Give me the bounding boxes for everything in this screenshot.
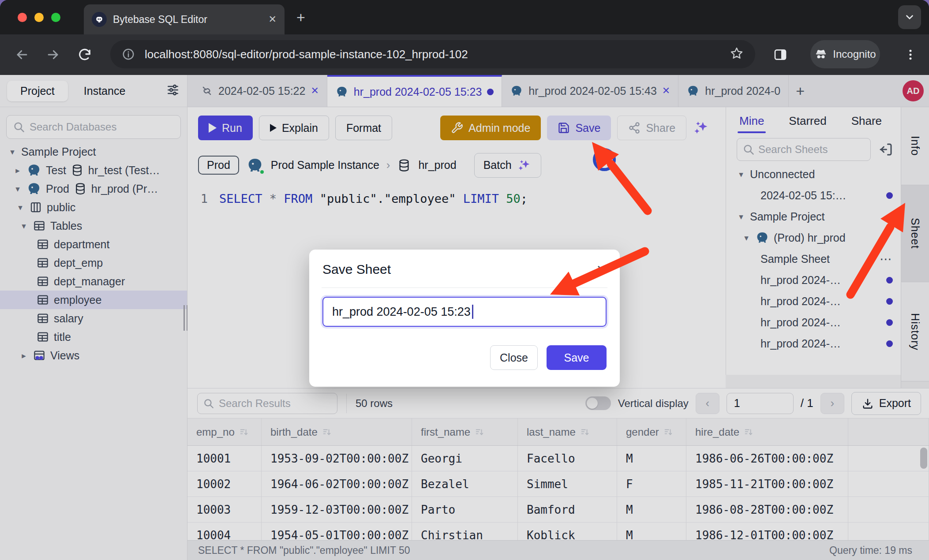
- back-button[interactable]: [11, 44, 33, 65]
- save-sheet-dialog: Save Sheet ✕ hr_prod 2024-02-05 15:23 Cl…: [309, 250, 620, 387]
- incognito-badge: Incognito: [810, 40, 880, 68]
- new-browser-tab-button[interactable]: +: [296, 10, 305, 25]
- window-zoom-button[interactable]: [51, 13, 60, 22]
- forward-button[interactable]: [42, 44, 64, 65]
- site-info-icon[interactable]: [122, 48, 135, 61]
- window-minimize-button[interactable]: [34, 13, 44, 22]
- tab-search-chevron-icon[interactable]: [898, 5, 921, 29]
- dialog-close-icon[interactable]: ✕: [596, 262, 607, 277]
- browser-tab-close-icon[interactable]: ✕: [269, 14, 277, 25]
- bookmark-star-icon[interactable]: [730, 46, 744, 62]
- sheet-name-input[interactable]: hr_prod 2024-02-05 15:23: [322, 297, 607, 327]
- window-close-button[interactable]: [18, 13, 27, 22]
- browser-chrome: Bytebase SQL Editor ✕ + localhost:8080/s…: [0, 0, 929, 75]
- browser-menu-icon[interactable]: [900, 44, 921, 65]
- dialog-title: Save Sheet: [322, 262, 391, 277]
- browser-toolbar: localhost:8080/sql-editor/prod-sample-in…: [0, 34, 929, 75]
- browser-tab-title: Bytebase SQL Editor: [113, 14, 262, 26]
- text-cursor: [472, 305, 473, 319]
- dialog-save-button[interactable]: Save: [547, 345, 607, 370]
- sheet-name-value: hr_prod 2024-02-05 15:23: [332, 305, 471, 319]
- dialog-divider: [322, 287, 607, 288]
- incognito-icon: [814, 48, 828, 61]
- browser-tabstrip: Bytebase SQL Editor ✕ +: [0, 0, 929, 34]
- browser-tab[interactable]: Bytebase SQL Editor ✕: [84, 4, 285, 34]
- url-text: localhost:8080/sql-editor/prod-sample-in…: [145, 48, 468, 61]
- incognito-label: Incognito: [833, 48, 876, 60]
- dialog-close-button[interactable]: Close: [490, 345, 538, 370]
- bytebase-favicon-icon: [92, 12, 107, 27]
- url-bar[interactable]: localhost:8080/sql-editor/prod-sample-in…: [110, 40, 755, 68]
- bytebase-app: Project Instance ▾ Sample Project ▸ Test…: [0, 75, 929, 560]
- reload-button[interactable]: [74, 44, 95, 65]
- side-panel-icon[interactable]: [770, 44, 791, 65]
